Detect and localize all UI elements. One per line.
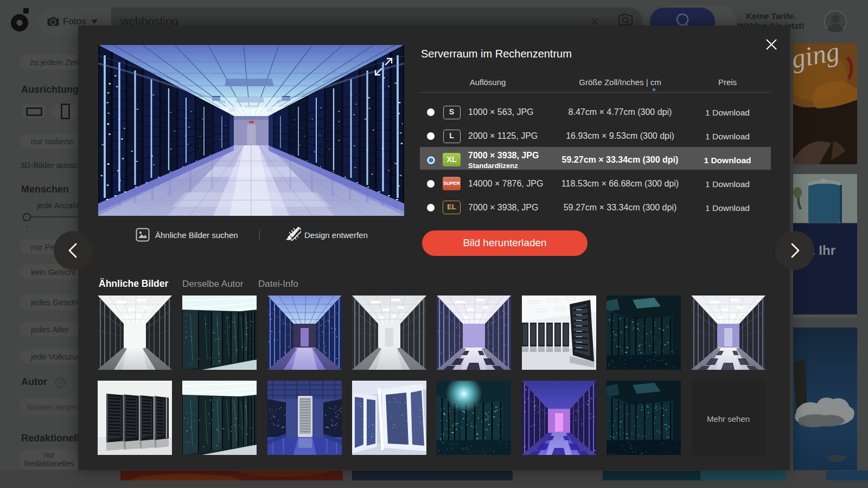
svg-text:. Ihr: . Ihr <box>812 243 835 258</box>
svg-text:?: ? <box>59 380 62 387</box>
